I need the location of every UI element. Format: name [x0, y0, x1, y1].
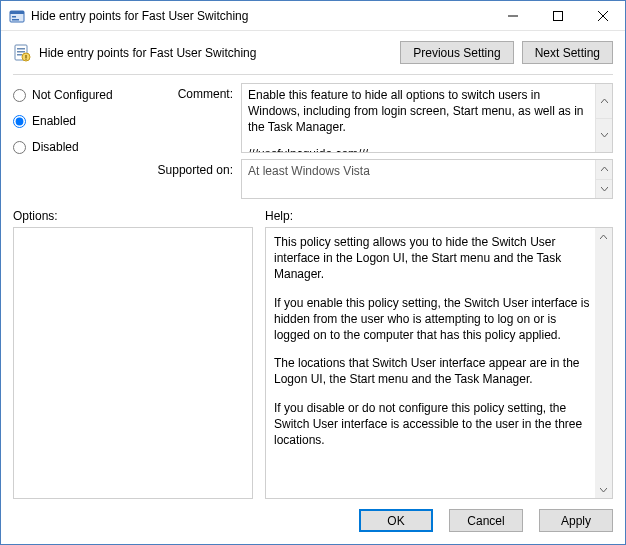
comment-spinner-up[interactable]	[596, 84, 612, 118]
scroll-up-icon[interactable]	[595, 228, 612, 245]
svg-rect-14	[25, 58, 26, 59]
cancel-button[interactable]: Cancel	[449, 509, 523, 532]
supported-on-text: At least Windows Vista	[248, 164, 370, 178]
help-scrollbar[interactable]	[595, 228, 612, 498]
radio-disabled-input[interactable]	[13, 141, 26, 154]
close-button[interactable]	[580, 1, 625, 30]
comment-label: Comment:	[153, 83, 241, 159]
previous-setting-button[interactable]: Previous Setting	[400, 41, 513, 64]
help-label: Help:	[265, 209, 613, 223]
policy-editor-window: Hide entry points for Fast User Switchin…	[0, 0, 626, 545]
help-panel: This policy setting allows you to hide t…	[265, 227, 613, 499]
apply-button[interactable]: Apply	[539, 509, 613, 532]
svg-rect-13	[25, 55, 26, 58]
svg-rect-11	[17, 54, 22, 56]
svg-rect-3	[12, 19, 19, 21]
policy-icon	[13, 44, 31, 62]
comment-field[interactable]: Enable this feature to hide all options …	[241, 83, 613, 153]
radio-not-configured-input[interactable]	[13, 89, 26, 102]
radio-enabled-input[interactable]	[13, 115, 26, 128]
comment-spinner	[595, 84, 612, 152]
comment-line1: Enable this feature to hide all options …	[248, 87, 588, 136]
comment-spinner-down[interactable]	[596, 118, 612, 153]
svg-rect-10	[17, 51, 25, 53]
help-p4: If you disable or do not configure this …	[274, 400, 592, 449]
options-panel	[13, 227, 253, 499]
help-p2: If you enable this policy setting, the S…	[274, 295, 592, 344]
help-column: Help: This policy setting allows you to …	[265, 209, 613, 499]
options-column: Options:	[13, 209, 253, 499]
titlebar: Hide entry points for Fast User Switchin…	[1, 1, 625, 31]
minimize-button[interactable]	[490, 1, 535, 30]
next-setting-button[interactable]: Next Setting	[522, 41, 613, 64]
radio-enabled[interactable]: Enabled	[13, 113, 153, 129]
maximize-button[interactable]	[535, 1, 580, 30]
options-label: Options:	[13, 209, 253, 223]
ok-button[interactable]: OK	[359, 509, 433, 532]
supported-spinner-down[interactable]	[596, 179, 612, 199]
scroll-track[interactable]	[595, 245, 612, 481]
supported-spinner-up[interactable]	[596, 160, 612, 179]
help-p1: This policy setting allows you to hide t…	[274, 234, 592, 283]
radio-not-configured-label: Not Configured	[32, 88, 113, 102]
supported-label: Supported on:	[153, 159, 241, 199]
svg-rect-2	[12, 16, 16, 18]
radio-enabled-label: Enabled	[32, 114, 76, 128]
state-radio-group: Not Configured Enabled Disabled	[13, 83, 153, 199]
footer: OK Cancel Apply	[1, 499, 625, 544]
svg-rect-9	[17, 48, 25, 50]
radio-disabled[interactable]: Disabled	[13, 139, 153, 155]
window-title: Hide entry points for Fast User Switchin…	[31, 9, 490, 23]
radio-not-configured[interactable]: Not Configured	[13, 87, 153, 103]
svg-rect-1	[10, 11, 24, 14]
help-text: This policy setting allows you to hide t…	[266, 228, 612, 498]
supported-spinner	[595, 160, 612, 198]
header-row: Hide entry points for Fast User Switchin…	[1, 31, 625, 72]
help-p3: The locations that Switch User interface…	[274, 355, 592, 387]
svg-rect-5	[553, 11, 562, 20]
gpedit-icon	[9, 8, 25, 24]
split-area: Options: Help: This policy setting allow…	[1, 199, 625, 499]
supported-on-field: At least Windows Vista	[241, 159, 613, 199]
divider	[13, 74, 613, 75]
radio-disabled-label: Disabled	[32, 140, 79, 154]
policy-title: Hide entry points for Fast User Switchin…	[39, 46, 392, 60]
scroll-down-icon[interactable]	[595, 481, 612, 498]
form-area: Not Configured Enabled Disabled Comment:…	[1, 83, 625, 199]
comment-line2: ///usefulpcguide.com///	[248, 146, 588, 153]
